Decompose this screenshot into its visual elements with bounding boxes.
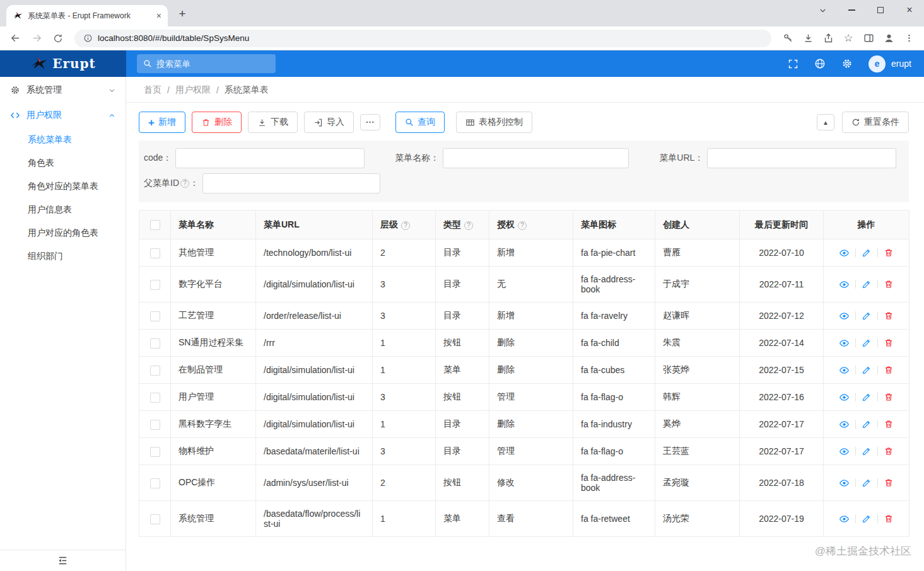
breadcrumb-item[interactable]: 首页 <box>144 84 161 96</box>
view-icon[interactable] <box>839 478 850 488</box>
new-tab-button[interactable]: + <box>174 6 190 22</box>
query-button[interactable]: 查询 <box>395 112 445 133</box>
star-icon[interactable]: ☆ <box>839 30 857 47</box>
filter-code-input[interactable] <box>175 148 365 168</box>
chevron-down-icon[interactable] <box>808 0 837 20</box>
share-icon[interactable] <box>819 30 837 47</box>
view-icon[interactable] <box>839 338 850 349</box>
view-icon[interactable] <box>839 514 850 524</box>
row-checkbox[interactable] <box>150 248 160 258</box>
row-checkbox[interactable] <box>150 338 160 349</box>
help-icon[interactable]: ? <box>180 179 189 188</box>
row-checkbox[interactable] <box>150 280 160 290</box>
key-icon[interactable] <box>779 30 797 47</box>
view-icon[interactable] <box>839 419 850 430</box>
menu-table: 菜单名称菜单URL层级?类型?授权?菜单图标创建人最后更新时间操作 其他管理/t… <box>139 210 909 537</box>
help-icon[interactable]: ? <box>518 221 527 230</box>
row-checkbox[interactable] <box>150 393 160 403</box>
menu-fold-icon[interactable] <box>57 555 68 566</box>
delete-icon[interactable] <box>884 392 894 402</box>
edit-icon[interactable] <box>862 446 872 456</box>
delete-icon[interactable] <box>884 311 894 321</box>
breadcrumb-item[interactable]: 系统菜单表 <box>225 84 269 96</box>
forward-icon[interactable] <box>28 30 45 47</box>
sidebar-item[interactable]: 角色表 <box>0 151 126 175</box>
fullscreen-icon[interactable] <box>788 59 798 69</box>
edit-icon[interactable] <box>862 419 872 429</box>
sidebar-item[interactable]: 用户信息表 <box>0 198 126 221</box>
reset-conditions-button[interactable]: 重置条件 <box>842 112 909 133</box>
menu-search-input[interactable] <box>156 59 269 69</box>
collapse-filters-button[interactable]: ▲ <box>817 114 834 130</box>
user-menu[interactable]: e erupt <box>868 55 911 72</box>
close-button[interactable]: × <box>895 0 924 20</box>
edit-icon[interactable] <box>862 279 872 289</box>
delete-icon[interactable] <box>884 279 894 289</box>
row-checkbox[interactable] <box>150 420 160 430</box>
sidebar-group-user-permissions[interactable]: 用户权限 <box>0 103 126 128</box>
table-row: 其他管理/technology/bom/list-ui2目录新增fa fa-pi… <box>139 239 909 267</box>
sidebar-item[interactable]: 用户对应的角色表 <box>0 221 126 245</box>
view-icon[interactable] <box>839 392 850 403</box>
delete-icon[interactable] <box>884 478 894 488</box>
gear-icon[interactable] <box>841 58 853 69</box>
delete-icon[interactable] <box>884 365 894 375</box>
view-icon[interactable] <box>839 365 850 376</box>
cell-actions <box>824 411 909 438</box>
download-button[interactable]: 下载 <box>248 112 298 133</box>
filter-menu-name-input[interactable] <box>443 148 629 168</box>
view-icon[interactable] <box>839 446 850 457</box>
edit-icon[interactable] <box>862 392 872 402</box>
delete-icon[interactable] <box>884 419 894 429</box>
edit-icon[interactable] <box>862 338 872 348</box>
table-columns-button[interactable]: 表格列控制 <box>456 112 532 133</box>
tab-close-icon[interactable]: × <box>156 11 161 21</box>
view-icon[interactable] <box>839 248 850 258</box>
add-button[interactable]: + 新增 <box>139 112 185 133</box>
browser-menu-icon[interactable] <box>900 30 918 47</box>
row-checkbox[interactable] <box>150 514 160 524</box>
row-checkbox[interactable] <box>150 366 160 376</box>
row-checkbox[interactable] <box>150 478 160 488</box>
edit-icon[interactable] <box>862 311 872 321</box>
app-logo[interactable]: Erupt <box>0 50 126 77</box>
sidebar-item[interactable]: 角色对应的菜单表 <box>0 175 126 198</box>
view-icon[interactable] <box>839 279 850 290</box>
delete-button[interactable]: 删除 <box>192 112 242 133</box>
edit-icon[interactable] <box>862 248 872 258</box>
delete-icon[interactable] <box>884 514 894 524</box>
sidebar-item[interactable]: 组织部门 <box>0 245 126 268</box>
import-button[interactable]: 导入 <box>304 112 354 133</box>
delete-icon[interactable] <box>884 248 894 258</box>
globe-icon[interactable] <box>814 58 826 69</box>
edit-icon[interactable] <box>862 478 872 488</box>
sidebar-group-system[interactable]: 系统管理 <box>0 78 126 103</box>
edit-icon[interactable] <box>862 514 872 524</box>
filter-parent-id-input[interactable] <box>202 173 380 193</box>
delete-icon[interactable] <box>884 446 894 456</box>
maximize-button[interactable] <box>866 0 895 20</box>
more-button[interactable]: ··· <box>360 114 380 130</box>
browser-tab[interactable]: 系统菜单表 - Erupt Framework × <box>6 5 168 26</box>
help-icon[interactable]: ? <box>401 221 410 230</box>
edit-icon[interactable] <box>862 365 872 375</box>
view-icon[interactable] <box>839 311 850 321</box>
row-checkbox[interactable] <box>150 311 160 321</box>
filter-menu-url-input[interactable] <box>707 148 896 168</box>
profile-avatar-icon[interactable] <box>880 30 898 47</box>
delete-icon[interactable] <box>884 338 894 348</box>
info-icon[interactable] <box>83 33 93 43</box>
download-icon[interactable] <box>799 30 817 47</box>
menu-search-box[interactable] <box>137 54 276 73</box>
url-bar[interactable]: localhost:8080/#/build/table/SpSysMenu <box>74 30 771 47</box>
side-panel-icon[interactable] <box>860 30 877 47</box>
sidebar-item[interactable]: 系统菜单表 <box>0 128 126 151</box>
refresh-icon[interactable] <box>49 30 67 47</box>
action-separator <box>877 280 878 289</box>
back-icon[interactable] <box>6 30 24 47</box>
help-icon[interactable]: ? <box>464 221 473 230</box>
row-checkbox[interactable] <box>150 447 160 457</box>
breadcrumb-item[interactable]: 用户权限 <box>175 84 211 96</box>
select-all-checkbox[interactable] <box>150 220 160 230</box>
minimize-button[interactable] <box>837 0 866 20</box>
